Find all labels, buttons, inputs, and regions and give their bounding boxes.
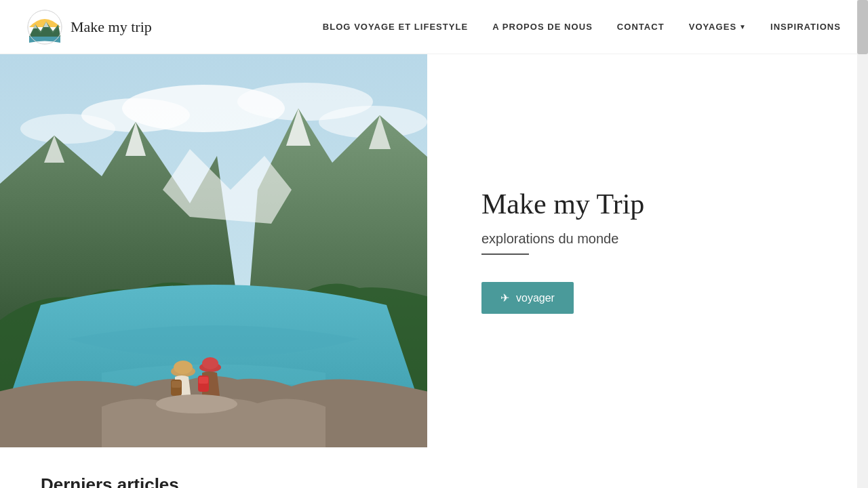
svg-rect-16	[199, 377, 208, 384]
nav-voyages-dropdown[interactable]: VOYAGES ▼	[689, 22, 746, 32]
logo-link[interactable]: Make my trip	[27, 9, 152, 45]
nav-voyages[interactable]: VOYAGES	[689, 22, 736, 32]
nav-inspirations[interactable]: INSPIRATIONS	[770, 22, 841, 32]
hero-content: Make my Trip explorations du monde ✈ voy…	[427, 54, 868, 447]
header: Make my trip BLOG VOYAGE ET LIFESTYLE A …	[0, 0, 868, 54]
scrollbar-thumb[interactable]	[857, 0, 868, 54]
main-nav: BLOG VOYAGE ET LIFESTYLE A PROPOS DE NOU…	[323, 22, 841, 32]
svg-point-17	[156, 394, 237, 413]
hero-title: Make my Trip	[481, 188, 644, 220]
logo-icon	[27, 9, 62, 45]
hero-cta-label: voyager	[516, 292, 555, 304]
hero-subtitle: explorations du monde	[481, 231, 618, 247]
nav-contact[interactable]: CONTACT	[617, 22, 665, 32]
articles-section-title: Derniers articles	[41, 474, 827, 488]
nav-blog-voyage[interactable]: BLOG VOYAGE ET LIFESTYLE	[323, 22, 468, 32]
svg-rect-12	[172, 381, 181, 388]
svg-point-10	[174, 361, 193, 374]
hero-image-container	[0, 54, 427, 447]
hero-divider	[481, 253, 529, 255]
hero-cta-button[interactable]: ✈ voyager	[481, 282, 574, 314]
svg-point-7	[20, 114, 115, 144]
hero-section: Make my Trip explorations du monde ✈ voy…	[0, 54, 868, 447]
svg-point-14	[202, 357, 218, 369]
hero-image	[0, 54, 427, 447]
voyages-dropdown-icon: ▼	[739, 23, 746, 30]
nav-a-propos[interactable]: A PROPOS DE NOUS	[492, 22, 593, 32]
plane-icon: ✈	[500, 291, 509, 304]
scrollbar[interactable]	[857, 0, 868, 488]
articles-section: Derniers articles	[0, 447, 868, 488]
logo-text: Make my trip	[71, 18, 152, 36]
